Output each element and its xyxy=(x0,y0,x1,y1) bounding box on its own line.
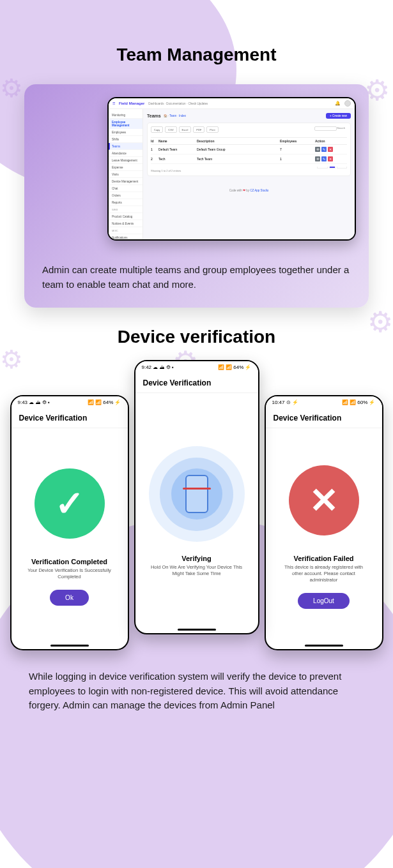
th-desc: Description xyxy=(197,139,280,143)
team-description: Admin can create multiple teams and grou… xyxy=(37,257,356,295)
phone-verifying: 9:42 ☁ ⛰ ⚙ ▪ 📶 📶 64% ⚡ Device Verificati… xyxy=(134,360,259,634)
admin-main: Teams 🏠 · Team · Index + Create new Copy… xyxy=(143,109,355,240)
admin-topbar: ☰ Field Manager Dashboards · Documentati… xyxy=(109,98,355,109)
page-title: Teams xyxy=(147,114,161,118)
ok-button[interactable]: Ok xyxy=(50,590,89,606)
cell: 7 xyxy=(280,147,315,151)
status-title: Verification Failed xyxy=(293,555,353,562)
status-bar: 10:47 ⊙ ⚡ 📶 📶 60% ⚡ xyxy=(266,396,382,408)
edit-button[interactable]: ✎ xyxy=(321,156,327,161)
sidebar-misc-label: MISC xyxy=(109,227,143,234)
cell: 1 xyxy=(280,157,315,161)
sidebar-item-teams[interactable]: Teams xyxy=(109,143,143,150)
th-act: Action xyxy=(315,139,347,143)
sidebar-item[interactable]: Expense xyxy=(109,164,143,171)
th-emp: Employees xyxy=(280,139,315,143)
th-id: Id xyxy=(151,139,158,143)
table-header: Id Name Description Employees Action xyxy=(151,137,347,145)
sidebar-item[interactable]: Reports xyxy=(109,199,143,206)
team-card: ☰ Field Manager Dashboards · Documentati… xyxy=(24,84,369,308)
next-button[interactable]: Next xyxy=(337,167,347,168)
sidebar-item[interactable]: Notices & Events xyxy=(109,220,143,227)
cell: Default Team xyxy=(158,147,197,151)
status-bar: 9:43 ☁ ⛰ ⚙ ▪ 📶 📶 64% ⚡ xyxy=(12,396,128,408)
breadcrumb: 🏠 · Team · Index xyxy=(164,114,186,117)
user-avatar[interactable] xyxy=(344,100,351,107)
search-label: Search xyxy=(337,126,345,130)
cell: 1 xyxy=(151,147,158,151)
table-row: 2 Tech Tech Team 1 👁 ✎ ✕ xyxy=(151,154,347,164)
sidebar-item[interactable]: Notifications xyxy=(109,234,143,241)
status-desc: Your Device Verification Is Successfully… xyxy=(21,567,118,580)
phone-scan-icon xyxy=(185,475,208,513)
admin-footer: Code with ❤ by CZ App Studio xyxy=(147,189,351,192)
nav-bar xyxy=(178,629,216,631)
phone-failed: 10:47 ⊙ ⚡ 📶 📶 60% ⚡ Device Verification … xyxy=(265,395,383,650)
th-name: Name xyxy=(158,139,197,143)
status-title: Verification Completed xyxy=(31,558,107,565)
table-row: 1 Default Team Default Team Group 7 👁 ✎ … xyxy=(151,145,347,154)
export-tab[interactable]: PDF xyxy=(193,126,204,133)
device-description: While logging in device verification sys… xyxy=(29,670,364,713)
sidebar-monitoring[interactable]: Monitoring xyxy=(109,112,143,119)
status-desc: This device is already registered with o… xyxy=(275,564,373,583)
phone-success: 9:43 ☁ ⛰ ⚙ ▪ 📶 📶 64% ⚡ Device Verificati… xyxy=(10,395,129,650)
failed-icon: ✕ xyxy=(289,465,359,535)
top-crumbs: Dashboards · Documentation · Check Updat… xyxy=(148,102,208,105)
cell: 2 xyxy=(151,157,158,161)
sidebar-group: Employee Management xyxy=(109,119,143,129)
sidebar-item[interactable]: Employees xyxy=(109,129,143,136)
nav-bar xyxy=(305,645,343,647)
logout-button[interactable]: LogOut xyxy=(298,593,350,609)
table-card: Copy CSV Excel PDF Print Search Id Nam xyxy=(147,123,351,176)
status-desc: Hold On We Are Verifying Your Device Thi… xyxy=(145,564,249,577)
cell: Tech xyxy=(158,157,197,161)
prev-button[interactable]: Prev xyxy=(317,167,327,168)
delete-button[interactable]: ✕ xyxy=(328,156,333,161)
sidebar-item[interactable]: Attendance xyxy=(109,150,143,157)
status-title: Verifying xyxy=(181,555,211,562)
screen-title: Device Verification xyxy=(135,373,258,393)
success-icon: ✓ xyxy=(35,468,105,539)
sidebar-item[interactable]: Orders xyxy=(109,192,143,199)
sidebar-item[interactable]: Device Management xyxy=(109,178,143,185)
edit-button[interactable]: ✎ xyxy=(321,147,327,152)
view-button[interactable]: 👁 xyxy=(315,156,320,161)
export-tab[interactable]: CSV xyxy=(165,126,176,133)
section-title-team: Team Management xyxy=(0,0,393,84)
phones-row: 9:43 ☁ ⛰ ⚙ ▪ 📶 📶 64% ⚡ Device Verificati… xyxy=(5,360,388,650)
page-number[interactable]: 1 xyxy=(329,167,335,168)
sidebar-item[interactable]: Chat xyxy=(109,185,143,192)
app-logo: Field Manager xyxy=(119,101,144,105)
admin-panel: ☰ Field Manager Dashboards · Documentati… xyxy=(107,97,356,241)
cell: Tech Team xyxy=(197,157,280,161)
sidebar-item[interactable]: Leave Management xyxy=(109,157,143,164)
nav-bar xyxy=(50,645,89,647)
sidebar-item[interactable]: Shifts xyxy=(109,136,143,143)
section-title-device: Device verification xyxy=(0,308,393,360)
create-button[interactable]: + Create new xyxy=(326,113,351,119)
verifying-icon xyxy=(149,446,245,542)
search-input[interactable] xyxy=(314,126,337,131)
screen-title: Device Verification xyxy=(12,408,128,428)
admin-sidebar: Monitoring Employee Management Employees… xyxy=(109,109,143,240)
showing-text: Showing 1 to 2 of 2 entries xyxy=(151,169,181,172)
bell-icon[interactable]: 🔔 xyxy=(335,101,341,106)
cell: Default Team Group xyxy=(197,147,280,151)
status-bar: 9:42 ☁ ⛰ ⚙ ▪ 📶 📶 64% ⚡ xyxy=(135,361,258,373)
delete-button[interactable]: ✕ xyxy=(328,147,333,152)
sidebar-item[interactable]: Visits xyxy=(109,171,143,178)
export-tab[interactable]: Excel xyxy=(179,126,192,133)
view-button[interactable]: 👁 xyxy=(315,147,320,152)
export-tab[interactable]: Print xyxy=(206,126,218,133)
sidebar-item[interactable]: Product Catalog xyxy=(109,213,143,220)
sidebar-web-label: WEB xyxy=(109,206,143,213)
menu-icon[interactable]: ☰ xyxy=(112,101,115,105)
screen-title: Device Verification xyxy=(266,408,382,428)
export-tab[interactable]: Copy xyxy=(151,126,163,133)
